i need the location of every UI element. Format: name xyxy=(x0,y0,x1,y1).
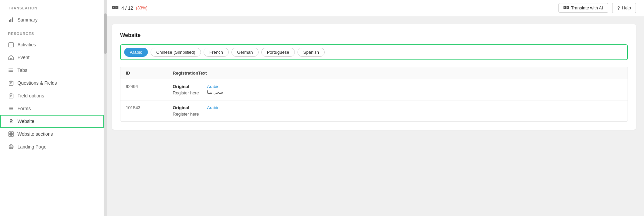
svg-point-26 xyxy=(9,145,13,149)
col-text: RegistrationText xyxy=(173,71,622,76)
row-id-1: 92494 xyxy=(126,84,173,89)
help-icon: ? xyxy=(617,5,620,11)
sidebar-item-field-options[interactable]: Field options xyxy=(0,89,104,102)
lang-link-2[interactable]: Arabic xyxy=(207,105,219,110)
forms-icon xyxy=(8,105,14,112)
lang-tab-arabic[interactable]: Arabic xyxy=(124,48,148,57)
svg-point-12 xyxy=(9,71,9,72)
link-icon xyxy=(8,118,14,124)
sidebar-item-event[interactable]: Event xyxy=(0,51,104,64)
sidebar-item-event-label: Event xyxy=(17,55,30,60)
svg-rect-24 xyxy=(9,134,11,136)
svg-text:A: A xyxy=(567,7,568,9)
sidebar-item-forms[interactable]: Forms xyxy=(0,102,104,115)
sidebar-item-field-options-label: Field options xyxy=(17,93,44,98)
language-tabs: ArabicChinese (Simplified)FrenchGermanPo… xyxy=(120,44,628,60)
svg-point-27 xyxy=(10,145,12,149)
svg-rect-13 xyxy=(9,81,13,85)
calendar-icon xyxy=(8,42,14,48)
row-id-2: 101543 xyxy=(126,105,173,110)
original-text-2: Register here xyxy=(173,112,199,117)
sidebar-item-website[interactable]: Website xyxy=(0,115,104,128)
lang-tab-french[interactable]: French xyxy=(204,48,228,57)
home-icon xyxy=(8,54,14,60)
sidebar-item-website-sections-label: Website sections xyxy=(17,131,53,137)
sidebar-item-forms-label: Forms xyxy=(17,106,31,111)
sidebar-item-tabs-label: Tabs xyxy=(17,68,28,73)
svg-rect-16 xyxy=(9,94,13,98)
resources-title: RESOURCES xyxy=(0,26,104,38)
row-content-2: Original Register here Arabic xyxy=(173,105,622,117)
clipboard2-icon xyxy=(8,93,14,99)
svg-rect-23 xyxy=(11,132,13,134)
sidebar-item-summary-label: Summary xyxy=(17,17,38,23)
svg-rect-25 xyxy=(11,134,13,136)
svg-text:A: A xyxy=(116,6,118,9)
svg-text:A: A xyxy=(564,7,565,9)
help-label: Help xyxy=(622,5,631,10)
svg-rect-3 xyxy=(9,43,13,47)
row-content-1: Original Register here Arabic سجل هنا xyxy=(173,84,622,95)
topbar-right: AA Translate with AI ? Help xyxy=(558,3,636,13)
sidebar-title: TRANSLATION xyxy=(0,0,104,13)
content-area: Website ArabicChinese (Simplified)French… xyxy=(104,16,644,216)
sidebar-item-activities[interactable]: Activities xyxy=(0,38,104,51)
list-icon xyxy=(8,67,14,73)
chart-icon xyxy=(8,17,14,23)
topbar: AA 4 / 12 (33%) AA Translate with AI ? H… xyxy=(104,0,644,16)
col-id: ID xyxy=(126,71,173,76)
original-label-2: Original xyxy=(173,105,199,110)
topbar-left: AA 4 / 12 (33%) xyxy=(112,5,148,11)
globe-icon xyxy=(8,144,14,150)
translate-ai-button[interactable]: AA Translate with AI xyxy=(558,3,608,13)
sidebar-item-website-label: Website xyxy=(17,119,34,124)
translation-1: سجل هنا xyxy=(207,90,223,95)
svg-rect-22 xyxy=(9,132,11,134)
sidebar-item-questions-fields[interactable]: Questions & Fields xyxy=(0,77,104,89)
translate-ai-label: Translate with AI xyxy=(571,5,603,10)
table-header: ID RegistrationText xyxy=(120,67,628,79)
translate-icon: AA xyxy=(112,6,119,10)
table-row: 92494 Original Register here Arabic سجل … xyxy=(120,79,628,100)
sidebar-item-activities-label: Activities xyxy=(17,42,36,47)
sidebar-item-landing-page[interactable]: Landing Page xyxy=(0,140,104,153)
original-text-1: Register here xyxy=(173,90,199,95)
sidebar-item-questions-fields-label: Questions & Fields xyxy=(17,80,57,86)
lang-link-1[interactable]: Arabic xyxy=(207,84,219,89)
sidebar-item-landing-page-label: Landing Page xyxy=(17,144,46,149)
progress-pct: (33%) xyxy=(136,5,148,10)
svg-rect-2 xyxy=(12,17,13,22)
grid-icon xyxy=(8,131,14,137)
svg-point-10 xyxy=(9,69,9,69)
sidebar-item-website-sections[interactable]: Website sections xyxy=(0,128,104,140)
sidebar-item-summary[interactable]: Summary xyxy=(0,13,104,26)
lang-tab-german[interactable]: German xyxy=(231,48,259,57)
lang-tab-chinese-simplified[interactable]: Chinese (Simplified) xyxy=(151,48,201,57)
svg-rect-0 xyxy=(9,20,10,22)
help-button[interactable]: ? Help xyxy=(612,3,636,13)
card-title: Website xyxy=(120,32,628,38)
translation-table: ID RegistrationText 92494 Original Regis… xyxy=(120,67,628,122)
progress-text: 4 / 12 xyxy=(121,5,133,11)
svg-text:A: A xyxy=(113,6,114,9)
original-label-1: Original xyxy=(173,84,199,89)
table-row: 101543 Original Register here Arabic xyxy=(120,100,628,121)
lang-tab-portuguese[interactable]: Portuguese xyxy=(261,48,295,57)
main-card: Website ArabicChinese (Simplified)French… xyxy=(112,24,636,130)
svg-point-11 xyxy=(9,70,9,71)
svg-rect-1 xyxy=(10,19,11,22)
clipboard-icon xyxy=(8,80,14,86)
lang-tab-spanish[interactable]: Spanish xyxy=(298,48,325,57)
sidebar-item-tabs[interactable]: Tabs xyxy=(0,64,104,77)
